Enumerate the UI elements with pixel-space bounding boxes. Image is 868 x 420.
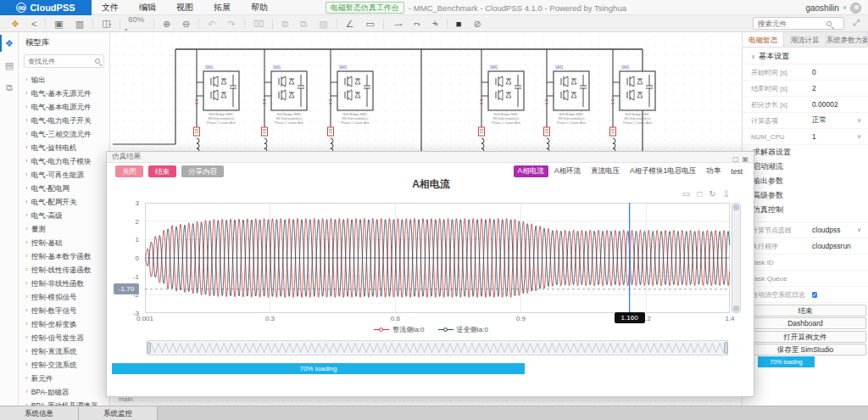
setting-value[interactable]: 2 xyxy=(812,84,861,92)
sidebar-item[interactable]: ›控制-交流系统 xyxy=(19,358,109,372)
sidebar-item[interactable]: ›电气-基本无源元件 xyxy=(19,87,109,100)
result-tab[interactable]: A相环流 xyxy=(550,165,585,177)
status-tab-系统监控[interactable]: 系统监控 xyxy=(79,406,158,420)
settings-section-header[interactable]: 高级参数 xyxy=(743,188,868,203)
settings-section-header[interactable]: 输出参数 xyxy=(743,174,868,188)
menu-视图[interactable]: 视图 xyxy=(166,0,203,15)
sidebar-item[interactable]: ›电气-基本电源元件 xyxy=(19,100,109,114)
help-icon[interactable]: ⊘ xyxy=(467,15,487,32)
simulation-results-window[interactable]: 仿真结果 ▢▣ 关闭结束分享内容 A相电流A相环流直流电压A相子模块1电容电压功… xyxy=(106,151,754,397)
setting-value[interactable]: 正常 xyxy=(812,115,857,126)
element-search-input[interactable] xyxy=(754,20,826,28)
panel-button-结束[interactable]: 结束 xyxy=(744,305,866,316)
save-as-icon[interactable]: ▥ xyxy=(70,15,90,32)
share-icon[interactable]: < xyxy=(25,15,42,32)
expand-icon[interactable]: ⤢ xyxy=(853,18,860,28)
datazoom-right-handle[interactable] xyxy=(724,342,728,354)
sidebar-search-input[interactable] xyxy=(28,58,94,65)
result-tab[interactable]: A相子模块1电容电压 xyxy=(626,165,700,177)
vertical-datazoom-slider[interactable] xyxy=(732,203,741,313)
download-icon[interactable]: ⇩ xyxy=(723,189,730,199)
sidebar-item[interactable]: ›电气-电力电子模块 xyxy=(19,154,109,168)
result-tab[interactable]: 功率 xyxy=(702,165,725,177)
sidebar-item[interactable]: ›电气-旋转电机 xyxy=(19,141,109,154)
cloudpss-logo[interactable]: ∞ CloudPSS xyxy=(0,0,92,15)
settings-tab-系统参数方案[interactable]: 系统参数方案 xyxy=(826,32,868,47)
panel-button-打开算例文件[interactable]: 打开算例文件 xyxy=(744,331,866,343)
layout-panel-icon[interactable]: ◫ ▾ xyxy=(96,14,117,33)
fill-color-icon[interactable]: ▨ xyxy=(313,15,333,32)
delete-icon[interactable]: ⌧ xyxy=(248,15,270,32)
sidebar-item[interactable]: ›BPA-励磁器 xyxy=(19,385,109,399)
menu-帮助[interactable]: 帮助 xyxy=(241,0,278,15)
sidebar-item[interactable]: ›新元件 xyxy=(19,372,109,385)
sidebar-item[interactable]: ›控制-基础 xyxy=(19,236,109,249)
sidebar-item[interactable]: ›控制-非线性函数 xyxy=(19,277,109,290)
result-tab[interactable]: A相电流 xyxy=(514,165,548,177)
sidebar-item[interactable]: ›控制-模拟信号 xyxy=(19,290,109,304)
sidebar-item[interactable]: ›电气-高级 xyxy=(19,209,109,222)
settings-section-header[interactable]: 求解器设置 xyxy=(743,145,868,160)
result-tab[interactable]: test xyxy=(726,166,747,176)
sidebar-item[interactable]: ›控制-直流系统 xyxy=(19,344,109,358)
sidebar-search-box[interactable] xyxy=(24,54,104,68)
zoom-in-icon[interactable]: ⊕ xyxy=(157,15,176,32)
results-button-关闭[interactable]: 关闭 xyxy=(115,165,143,177)
save-icon[interactable]: ▣ xyxy=(48,15,69,32)
stop-icon[interactable]: ■ xyxy=(450,15,468,32)
sidebar-item[interactable]: ›控制-信号发生器 xyxy=(19,331,109,344)
maximize-icon[interactable]: ▢ xyxy=(732,155,739,163)
restore-icon[interactable]: ▣ xyxy=(742,155,748,163)
setting-value[interactable]: ✓ xyxy=(812,290,861,299)
results-button-结束[interactable]: 结束 xyxy=(148,165,176,177)
add-element-icon[interactable]: + ▾ xyxy=(426,14,444,33)
setting-value[interactable]: 0.00002 xyxy=(812,100,861,109)
sidebar-item[interactable]: ›控制-数字信号 xyxy=(19,304,109,317)
panel-button-Dashboard[interactable]: Dashboard xyxy=(744,317,866,329)
menu-拓展[interactable]: 拓展 xyxy=(203,0,241,15)
checkbox-checked[interactable]: ✓ xyxy=(812,292,817,298)
model-library-icon[interactable]: ❖ xyxy=(0,32,19,54)
setting-value[interactable]: cloudpssrun xyxy=(812,242,861,250)
zoom-out-icon[interactable]: ⊖ xyxy=(176,15,196,32)
setting-value[interactable]: 1 xyxy=(812,132,857,141)
basic-settings-header[interactable]: ∨基本设置 xyxy=(743,48,868,64)
results-window-titlebar[interactable]: 仿真结果 ▢▣ xyxy=(107,152,754,163)
arrow-tool-icon[interactable]: → ▾ xyxy=(387,14,409,33)
sidebar-item[interactable]: ›量测 xyxy=(19,222,109,236)
settings-section-header[interactable]: 仿真控制 xyxy=(743,203,868,217)
horizontal-datazoom-slider[interactable] xyxy=(147,340,728,356)
paste-icon[interactable]: ⧉ xyxy=(294,15,313,32)
setting-value[interactable]: 0 xyxy=(812,68,861,76)
redo-icon[interactable]: ↷ xyxy=(222,15,242,32)
legend-item[interactable]: 逆变侧Ia:0 xyxy=(438,325,488,334)
settings-tab-潮流计算[interactable]: 潮流计算 xyxy=(784,32,826,47)
zoom-box-icon[interactable]: □ xyxy=(697,189,702,199)
sidebar-item[interactable]: ›输出 xyxy=(19,73,109,87)
copy-icon[interactable]: ⧉ xyxy=(275,15,294,32)
sidebar-item[interactable]: ›BPA-原动机及调速器 xyxy=(19,399,109,406)
datazoom-left-handle[interactable] xyxy=(147,342,151,354)
box-select-icon[interactable]: ▭ xyxy=(682,189,690,199)
result-tab[interactable]: 直流电压 xyxy=(587,165,624,177)
element-search-box[interactable] xyxy=(753,17,844,30)
sidebar-item[interactable]: ›电气-三相交流元件 xyxy=(19,127,109,141)
sidebar-item[interactable]: ›电气-配电网 xyxy=(19,182,109,195)
files-icon[interactable]: ⧉ xyxy=(0,76,19,98)
legend-item[interactable]: 整流侧Ia:0 xyxy=(374,325,424,334)
component-library-icon[interactable]: ❖ xyxy=(5,15,25,32)
results-button-分享内容[interactable]: 分享内容 xyxy=(181,165,224,177)
menu-编辑[interactable]: 编辑 xyxy=(129,0,166,15)
settings-tab-电磁暂态[interactable]: 电磁暂态 xyxy=(743,32,784,47)
polyline-tool-icon[interactable]: ⌐ ▾ xyxy=(409,14,426,33)
rect-tool-icon[interactable]: ▭ xyxy=(359,15,380,32)
setting-value[interactable]: cloudpss xyxy=(812,226,857,234)
sidebar-item[interactable]: ›电气-配网开关 xyxy=(19,195,109,209)
panel-button-保存至 SimStudio[interactable]: 保存至 SimStudio xyxy=(744,344,866,356)
sidebar-item[interactable]: ›控制-坐标变换 xyxy=(19,317,109,331)
sidebar-item[interactable]: ›电气-可再生能源 xyxy=(19,168,109,182)
sidebar-item[interactable]: ›控制-基本数学函数 xyxy=(19,249,109,263)
zoom-level-select[interactable]: 60% ▾ xyxy=(123,14,151,33)
menu-文件[interactable]: 文件 xyxy=(92,0,129,15)
user-menu[interactable]: gaoshilin ∨ xyxy=(805,0,861,15)
